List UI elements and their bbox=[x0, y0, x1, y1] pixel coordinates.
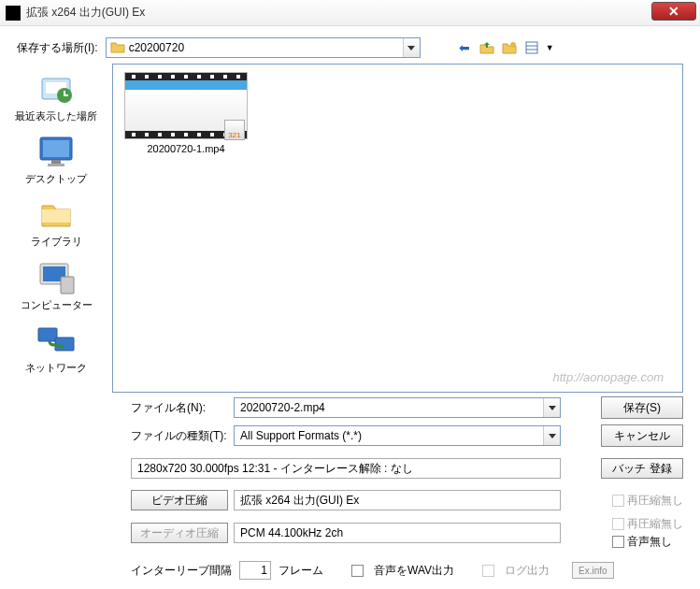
dropdown-arrow-icon[interactable] bbox=[543, 426, 560, 445]
place-network[interactable]: ネットワーク bbox=[0, 321, 112, 374]
svg-rect-10 bbox=[48, 164, 64, 166]
wav-output-checkbox[interactable] bbox=[351, 565, 364, 577]
log-output-checkbox bbox=[482, 565, 494, 577]
dropdown-arrow-icon[interactable] bbox=[543, 398, 560, 417]
file-name: 20200720-1.mp4 bbox=[121, 143, 251, 154]
save-button[interactable]: 保存(S) bbox=[601, 396, 683, 419]
watermark: http://aonopage.com bbox=[552, 370, 664, 384]
video-encoder: 拡張 x264 出力(GUI) Ex bbox=[234, 490, 561, 510]
exinfo-button[interactable]: Ex.info bbox=[572, 562, 614, 579]
location-row: 保存する場所(I): c20200720 ⬅ ▼ bbox=[0, 26, 700, 64]
svg-rect-1 bbox=[526, 42, 537, 53]
batch-register-button[interactable]: バッチ 登録 bbox=[601, 458, 683, 479]
up-icon[interactable] bbox=[479, 39, 495, 56]
interleave-input[interactable]: 1 bbox=[239, 561, 271, 580]
toolbar-icons: ⬅ ▼ bbox=[456, 39, 554, 56]
filename-input[interactable]: 20200720-2.mp4 bbox=[234, 397, 561, 418]
location-select[interactable]: c20200720 bbox=[106, 37, 421, 58]
no-recompress-audio-checkbox bbox=[612, 518, 624, 530]
place-library[interactable]: ライブラリ bbox=[0, 194, 112, 248]
svg-rect-14 bbox=[38, 328, 57, 341]
dropdown-arrow-icon[interactable] bbox=[403, 38, 420, 57]
filetype-select[interactable]: All Support Formats (*.*) bbox=[234, 425, 561, 446]
video-info: 1280x720 30.000fps 12:31 - インターレース解除 : な… bbox=[131, 458, 561, 479]
no-recompress-video-checkbox bbox=[612, 495, 624, 507]
place-desktop[interactable]: デスクトップ bbox=[0, 132, 112, 185]
file-list-pane[interactable]: 321 20200720-1.mp4 http://aonopage.com bbox=[112, 64, 683, 393]
svg-point-0 bbox=[510, 42, 516, 48]
audio-encoder: PCM 44.100kHz 2ch bbox=[234, 523, 561, 543]
audio-compress-button: オーディオ圧縮 bbox=[131, 523, 228, 543]
interleave-label: インターリーブ間隔 bbox=[131, 563, 232, 579]
window-title: 拡張 x264 出力(GUI) Ex bbox=[26, 5, 651, 21]
no-audio-checkbox[interactable] bbox=[612, 536, 624, 548]
filename-label: ファイル名(N): bbox=[131, 400, 228, 416]
codec-badge: 321 bbox=[224, 120, 245, 140]
back-icon[interactable]: ⬅ bbox=[456, 39, 473, 56]
file-item[interactable]: 321 20200720-1.mp4 bbox=[121, 72, 251, 154]
frame-unit: フレーム bbox=[279, 563, 323, 579]
new-folder-icon[interactable] bbox=[501, 39, 518, 56]
place-recent[interactable]: 最近表示した場所 bbox=[0, 69, 112, 122]
location-value: c20200720 bbox=[129, 41, 184, 54]
places-sidebar: 最近表示した場所 デスクトップ ライブラリ コンピューター ネットワーク bbox=[0, 64, 112, 393]
filetype-label: ファイルの種類(T): bbox=[131, 428, 228, 444]
location-label: 保存する場所(I): bbox=[17, 40, 98, 56]
close-button[interactable]: ✕ bbox=[651, 2, 696, 21]
video-compress-button[interactable]: ビデオ圧縮 bbox=[131, 490, 228, 510]
file-thumbnail: 321 bbox=[124, 72, 248, 139]
svg-rect-13 bbox=[61, 277, 74, 294]
chevron-down-icon[interactable]: ▼ bbox=[546, 43, 554, 52]
view-menu-icon[interactable] bbox=[523, 39, 540, 56]
cancel-button[interactable]: キャンセル bbox=[601, 424, 683, 447]
folder-icon bbox=[110, 40, 125, 55]
titlebar: 拡張 x264 出力(GUI) Ex ✕ bbox=[0, 0, 700, 26]
place-computer[interactable]: コンピューター bbox=[0, 258, 112, 311]
app-icon bbox=[6, 6, 21, 21]
svg-rect-9 bbox=[51, 160, 61, 164]
svg-rect-8 bbox=[43, 140, 69, 157]
